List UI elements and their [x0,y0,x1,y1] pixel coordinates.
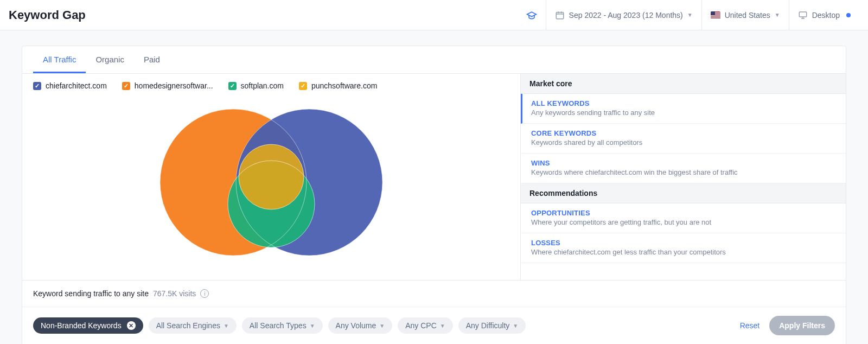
summary-visits: 767.5K visits [153,289,196,298]
section-header-market-core: Market core [521,74,846,94]
svg-rect-1 [799,12,807,17]
legend-item[interactable]: ✓homedesignersoftwar... [122,81,213,90]
chip-label: Non-Branded Keywords [41,321,122,330]
chevron-down-icon: ▼ [513,323,518,329]
country-label: United States [725,11,770,20]
filter-chip-any-cpc[interactable]: Any CPC▼ [398,317,452,334]
section-header-recommendations: Recommendations [521,183,846,203]
close-icon[interactable]: ✕ [127,321,136,330]
main-card: All TrafficOrganicPaid ✓chiefarchitect.c… [22,46,846,344]
help-button[interactable] [518,0,546,30]
option-desc: Keywords shared by all competitors [531,138,837,146]
device-label: Desktop [812,11,840,20]
filter-actions: Reset Apply Filters [740,316,835,335]
option-desc: Keywords where chiefarchitect.com win th… [531,168,837,176]
svg-rect-0 [556,12,564,18]
venn-diagram [33,95,509,269]
option-desc: Where your competitors are getting traff… [531,218,837,226]
filter-chip-any-difficulty[interactable]: Any Difficulty▼ [458,317,526,334]
option-title: LOSSES [531,239,837,247]
chevron-down-icon: ▼ [224,323,229,329]
filter-chip-any-volume[interactable]: Any Volume▼ [328,317,393,334]
options-pane: Market coreALL KEYWORDSAny keywords send… [520,74,846,280]
option-wins[interactable]: WINSKeywords where chiefarchitect.com wi… [521,154,846,183]
venn-pane: ✓chiefarchitect.com✓homedesignersoftwar.… [22,74,520,280]
country-selector[interactable]: United States ▼ [701,0,789,30]
filter-chips: Non-Branded Keywords✕All Search Engines▼… [33,317,526,334]
info-icon[interactable]: i [200,289,209,298]
chip-label: Any Difficulty [466,321,510,330]
tab-organic[interactable]: Organic [86,46,134,73]
summary-label: Keyword sending traffic to any site [33,289,149,298]
reset-button[interactable]: Reset [740,321,760,330]
device-selector[interactable]: Desktop [789,0,859,30]
legend-label: softplan.com [241,81,284,90]
checkbox-icon: ✓ [33,82,41,90]
top-bar: Keyword Gap Sep 2022 - Aug 2023 (12 Mont… [0,0,868,30]
apply-filters-button[interactable]: Apply Filters [769,316,835,335]
checkbox-icon: ✓ [122,82,130,90]
desktop-icon [798,10,808,20]
option-opportunities[interactable]: OPPORTUNITIESWhere your competitors are … [521,203,846,233]
traffic-tabs: All TrafficOrganicPaid [22,46,846,74]
summary-row: Keyword sending traffic to any site 767.… [22,280,846,307]
filter-chip-all-search-types[interactable]: All Search Types▼ [242,317,323,334]
filter-chip-all-search-engines[interactable]: All Search Engines▼ [149,317,237,334]
legend-item[interactable]: ✓punchsoftware.com [299,81,377,90]
site-legend: ✓chiefarchitect.com✓homedesignersoftwar.… [33,81,509,90]
topbar-controls: Sep 2022 - Aug 2023 (12 Months) ▼ United… [518,0,859,30]
chevron-down-icon: ▼ [440,323,445,329]
content-area: All TrafficOrganicPaid ✓chiefarchitect.c… [0,30,868,344]
page-title: Keyword Gap [9,8,86,22]
chevron-down-icon: ▼ [687,12,693,18]
venn-svg [141,101,401,264]
us-flag-icon [711,11,720,19]
chip-label: Any CPC [405,321,437,330]
option-desc: Any keywords sending traffic to any site [531,109,837,117]
option-desc: Where chiefarchitect.com get less traffi… [531,248,837,256]
legend-item[interactable]: ✓softplan.com [228,81,284,90]
option-title: CORE KEYWORDS [531,129,837,137]
option-losses[interactable]: LOSSESWhere chiefarchitect.com get less … [521,233,846,263]
option-title: WINS [531,159,837,167]
checkbox-icon: ✓ [228,82,237,90]
option-title: ALL KEYWORDS [531,99,837,107]
svg-point-5 [239,144,304,209]
checkbox-icon: ✓ [299,82,307,90]
legend-item[interactable]: ✓chiefarchitect.com [33,81,107,90]
filter-chip-non-branded-keywords[interactable]: Non-Branded Keywords✕ [33,317,143,334]
date-range-label: Sep 2022 - Aug 2023 (12 Months) [569,11,683,20]
status-dot-icon [846,13,851,17]
option-title: OPPORTUNITIES [531,209,837,217]
tab-paid[interactable]: Paid [134,46,170,73]
filter-row: Non-Branded Keywords✕All Search Engines▼… [22,307,846,344]
option-core-keywords[interactable]: CORE KEYWORDSKeywords shared by all comp… [521,124,846,154]
option-all-keywords[interactable]: ALL KEYWORDSAny keywords sending traffic… [521,94,846,124]
chip-label: All Search Engines [156,321,220,330]
main-row: ✓chiefarchitect.com✓homedesignersoftwar.… [22,74,846,280]
legend-label: punchsoftware.com [311,81,377,90]
date-range-selector[interactable]: Sep 2022 - Aug 2023 (12 Months) ▼ [546,0,701,30]
graduation-cap-icon [526,10,537,21]
chip-label: Any Volume [336,321,376,330]
chip-label: All Search Types [250,321,307,330]
chevron-down-icon: ▼ [379,323,385,329]
legend-label: homedesignersoftwar... [135,81,213,90]
legend-label: chiefarchitect.com [46,81,107,90]
chevron-down-icon: ▼ [775,12,780,18]
chevron-down-icon: ▼ [310,323,315,329]
tab-all-traffic[interactable]: All Traffic [33,46,86,73]
calendar-icon [555,10,565,20]
